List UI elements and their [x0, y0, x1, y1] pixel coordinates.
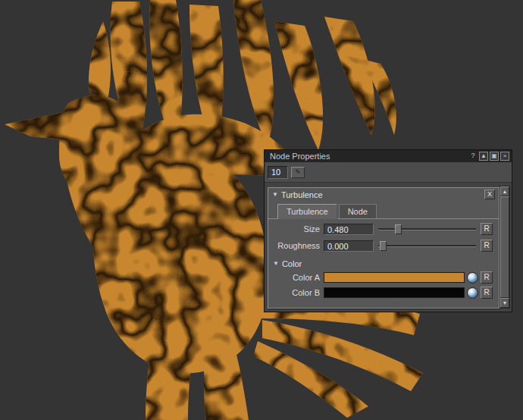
color-row-b: Color B R: [268, 286, 499, 299]
scroll-down-icon[interactable]: ▼: [500, 298, 509, 308]
collapse-icon[interactable]: ▲: [479, 152, 488, 161]
tab-turbulence[interactable]: Turbulence: [277, 204, 337, 219]
size-reset-button[interactable]: R: [481, 223, 493, 235]
texture-ball-icon[interactable]: [467, 272, 478, 284]
slider-handle[interactable]: [380, 241, 387, 251]
scrollbar-thumb[interactable]: [500, 196, 509, 298]
roughness-value-field[interactable]: 0.000: [324, 240, 374, 252]
node-title: Turbulence: [281, 190, 484, 199]
texture-ball-icon[interactable]: [467, 287, 478, 299]
collapse-triangle-icon[interactable]: ▼: [273, 260, 279, 267]
color-group-title: Color: [282, 259, 302, 268]
node-properties-window: Node Properties ? ▲ ▣ × 10 ✎ ▼ Turbulenc…: [264, 149, 512, 312]
size-slider[interactable]: [378, 224, 476, 235]
tab-node[interactable]: Node: [339, 204, 377, 218]
help-icon[interactable]: ?: [468, 152, 478, 161]
node-count-field[interactable]: 10: [268, 166, 288, 179]
collapse-triangle-icon[interactable]: ▼: [272, 191, 278, 198]
panel-content: ▼ Turbulence X Turbulence Node Size 0.48…: [265, 183, 512, 312]
application-screen: Node Properties ? ▲ ▣ × 10 ✎ ▼ Turbulenc…: [0, 0, 523, 420]
roughness-reset-button[interactable]: R: [481, 240, 493, 252]
tab-bar: Turbulence Node: [268, 204, 499, 219]
size-label: Size: [268, 224, 324, 234]
turbulence-node-panel: ▼ Turbulence X Turbulence Node Size 0.48…: [268, 187, 500, 309]
param-row-roughness: Roughness 0.000 R: [268, 239, 499, 252]
color-b-swatch[interactable]: [324, 287, 465, 298]
titlebar[interactable]: Node Properties ? ▲ ▣ ×: [265, 150, 512, 162]
roughness-label: Roughness: [268, 241, 324, 250]
color-row-a: Color A R: [268, 271, 499, 284]
scroll-up-icon[interactable]: ▲: [500, 186, 509, 196]
roughness-slider[interactable]: [378, 240, 476, 252]
color-group-header: ▼ Color: [268, 258, 499, 269]
color-a-swatch[interactable]: [324, 272, 465, 283]
size-value-field[interactable]: 0.480: [324, 224, 374, 235]
vertical-scrollbar[interactable]: ▲ ▼: [500, 186, 510, 309]
window-title: Node Properties: [270, 152, 467, 161]
detach-icon[interactable]: ▣: [490, 152, 499, 161]
color-a-reset-button[interactable]: R: [481, 271, 493, 284]
toolbar: 10 ✎: [265, 162, 512, 183]
slider-track: [378, 228, 476, 230]
edit-button[interactable]: ✎: [291, 167, 305, 178]
close-icon[interactable]: ×: [500, 152, 509, 161]
param-row-size: Size 0.480 R: [268, 222, 499, 236]
slider-handle[interactable]: [395, 224, 402, 234]
color-b-label: Color B: [268, 288, 324, 297]
color-a-label: Color A: [268, 273, 324, 282]
color-b-reset-button[interactable]: R: [481, 287, 493, 299]
node-header: ▼ Turbulence X: [268, 188, 499, 201]
remove-node-button[interactable]: X: [484, 190, 495, 199]
slider-track: [378, 245, 476, 247]
